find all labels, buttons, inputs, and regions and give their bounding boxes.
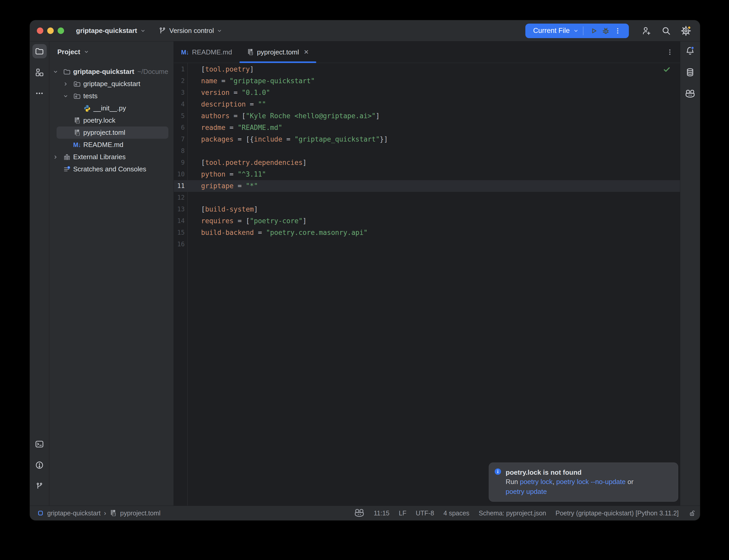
notification-body: Run poetry lock, poetry lock --no-update… [506,477,634,496]
tree-item-scratches-and-consoles[interactable]: Scratches and Consoles [49,163,173,175]
code-text: [build-system] [187,204,258,215]
tab-label: README.md [192,48,232,56]
code-line-13[interactable]: 13[build-system] [174,204,680,215]
chevron-right-icon[interactable] [53,155,63,160]
problems-tool-button[interactable] [32,458,47,472]
tree-item-label: griptape_quickstart [83,80,140,88]
minimize-window-button[interactable] [47,27,54,34]
breadcrumb-file[interactable]: pyproject.toml [120,509,161,517]
line-number[interactable]: 10 [174,169,187,180]
code-line-1[interactable]: 1[tool.poetry] [174,64,680,75]
code-line-15[interactable]: 15build-backend = "poetry.core.masonry.a… [174,227,680,239]
status-schema[interactable]: Schema: pyproject.json [479,509,546,517]
line-number[interactable]: 2 [174,75,187,87]
code-line-2[interactable]: 2name = "griptape-quickstart" [174,75,680,87]
main-content: Project griptape-quickstart~/Documegript… [30,41,700,506]
tree-item-readme-md[interactable]: M↓README.md [49,139,173,151]
terminal-tool-button[interactable] [32,437,47,451]
chevron-down-icon[interactable] [53,69,63,74]
tree-item-poetry-lock[interactable]: [T]poetry.lock [49,114,173,127]
line-number[interactable]: 1 [174,64,187,75]
breadcrumb-project[interactable]: griptape-quickstart [47,509,101,517]
notification-action-link[interactable]: poetry lock --no-update [556,478,626,486]
line-number[interactable]: 16 [174,239,187,250]
status-encoding[interactable]: UTF-8 [416,509,434,517]
vcs-widget[interactable]: Version control [156,24,225,38]
svg-text:[T]: [T] [112,513,116,516]
notification-action-link[interactable]: poetry lock [520,478,553,486]
database-tool-button[interactable] [683,65,697,79]
search-everywhere-button[interactable] [659,24,674,38]
lock-icon[interactable] [688,509,696,517]
more-tools-tool-button[interactable] [32,86,47,100]
code-line-10[interactable]: 10python = "^3.11" [174,169,680,180]
chevron-down-icon [573,28,579,33]
status-clock[interactable]: 11:15 [374,509,390,517]
status-interpreter[interactable]: Poetry (griptape-quickstart) [Python 3.1… [556,509,679,517]
code-line-16[interactable]: 16 [174,239,680,250]
tree-item-label: tests [83,92,98,100]
version-control-tool-button[interactable] [32,479,47,493]
line-number[interactable]: 14 [174,215,187,227]
line-number[interactable]: 12 [174,192,187,204]
line-number[interactable]: 8 [174,145,187,157]
more-run-options-button[interactable] [612,25,624,37]
code-text: [tool.poetry.dependencies] [187,157,307,169]
settings-button[interactable] [679,24,693,38]
editor-area: M↓README.md[T]pyproject.toml✕ 1[tool.poe… [174,41,680,506]
line-number[interactable]: 7 [174,134,187,145]
code-line-3[interactable]: 3version = "0.1.0" [174,87,680,99]
editor-tab-readme-md[interactable]: M↓README.md [174,41,239,63]
editor-tab-pyproject-toml[interactable]: [T]pyproject.toml✕ [239,41,316,63]
tree-item-pyproject-toml[interactable]: [T]pyproject.toml [57,127,168,139]
structure-tool-button[interactable] [32,65,47,79]
title-bar-right: Current File [525,24,700,38]
chevron-down-icon [217,28,222,33]
tree-item-griptape-quickstart[interactable]: griptape_quickstart [49,78,173,90]
tab-options-kebab-button[interactable] [666,41,674,63]
chevron-right-icon[interactable] [63,81,73,87]
run-button[interactable] [588,25,600,37]
toml-icon: [T] [247,48,254,56]
status-indent[interactable]: 4 spaces [443,509,469,517]
line-number[interactable]: 6 [174,122,187,134]
close-window-button[interactable] [37,27,43,34]
line-number[interactable]: 9 [174,157,187,169]
run-configuration-selector[interactable]: Current File [533,27,570,35]
notification-action-link[interactable]: poetry update [506,488,547,495]
ai-assistant-status-icon[interactable] [354,508,364,518]
code-line-6[interactable]: 6readme = "README.md" [174,122,680,134]
code-line-14[interactable]: 14requires = ["poetry-core"] [174,215,680,227]
add-user-button[interactable] [639,24,654,38]
code-line-5[interactable]: 5authors = ["Kyle Roche <hello@griptape.… [174,110,680,122]
notifications-tool-button[interactable] [683,44,697,58]
project-panel-header[interactable]: Project [49,45,173,59]
code-editor[interactable]: 1[tool.poetry]2name = "griptape-quicksta… [174,63,680,506]
code-line-7[interactable]: 7packages = [{include = "griptape_quicks… [174,134,680,145]
debug-button[interactable] [600,25,612,37]
line-number[interactable]: 4 [174,99,187,110]
tree-item-griptape-quickstart[interactable]: griptape-quickstart~/Docume [49,66,173,78]
project-tool-button[interactable] [32,44,47,58]
line-number[interactable]: 3 [174,87,187,99]
line-number[interactable]: 15 [174,227,187,239]
code-line-4[interactable]: 4description = "" [174,99,680,110]
line-number[interactable]: 5 [174,110,187,122]
tree-item-label: __init__.py [93,104,126,112]
line-number[interactable]: 11 [174,180,187,192]
status-line-ending[interactable]: LF [399,509,406,517]
tree-item-label: poetry.lock [83,116,115,124]
ai-assistant-tool-button[interactable] [683,87,697,101]
zoom-window-button[interactable] [58,27,64,34]
code-line-9[interactable]: 9[tool.poetry.dependencies] [174,157,680,169]
close-tab-icon[interactable]: ✕ [303,48,309,56]
line-number[interactable]: 13 [174,204,187,215]
project-widget[interactable]: griptape-quickstart [73,24,148,38]
chevron-down-icon[interactable] [63,94,73,99]
code-line-8[interactable]: 8 [174,145,680,157]
tree-item--init-py[interactable]: __init__.py [49,102,173,114]
tree-item-external-libraries[interactable]: External Libraries [49,151,173,163]
tree-item-tests[interactable]: tests [49,90,173,102]
code-line-12[interactable]: 12 [174,192,680,204]
code-line-11[interactable]: 11griptape = "*" [174,180,680,192]
